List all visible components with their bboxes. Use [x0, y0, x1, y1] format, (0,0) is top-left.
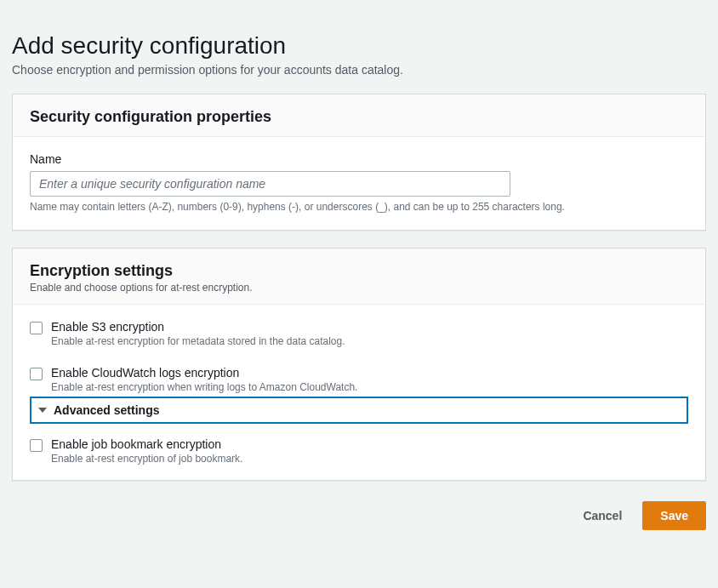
- s3-encryption-label[interactable]: Enable S3 encryption: [51, 320, 345, 334]
- properties-panel-header: Security configuration properties: [13, 94, 705, 137]
- encryption-panel-header: Encryption settings Enable and choose op…: [13, 248, 705, 305]
- properties-panel: Security configuration properties Name N…: [12, 94, 706, 231]
- cloudwatch-encryption-desc: Enable at-rest encryption when writing l…: [51, 381, 357, 393]
- name-input[interactable]: [30, 171, 510, 197]
- cloudwatch-encryption-row: Enable CloudWatch logs encryption Enable…: [30, 366, 688, 393]
- s3-encryption-checkbox[interactable]: [30, 322, 43, 334]
- cancel-button[interactable]: Cancel: [579, 502, 625, 529]
- page-title: Add security configuration: [12, 32, 706, 60]
- encryption-panel-title: Encryption settings: [30, 262, 688, 280]
- footer-actions: Cancel Save: [12, 501, 706, 530]
- job-bookmark-encryption-checkbox[interactable]: [30, 439, 43, 452]
- name-label: Name: [30, 152, 688, 166]
- encryption-panel: Encryption settings Enable and choose op…: [12, 248, 706, 481]
- advanced-settings-title: Advanced settings: [54, 403, 159, 417]
- save-button[interactable]: Save: [642, 501, 706, 530]
- name-help-text: Name may contain letters (A-Z), numbers …: [30, 201, 688, 213]
- encryption-panel-subtitle: Enable and choose options for at-rest en…: [30, 282, 688, 294]
- job-bookmark-encryption-desc: Enable at-rest encryption of job bookmar…: [51, 453, 242, 465]
- s3-encryption-desc: Enable at-rest encryption for metadata s…: [51, 335, 345, 347]
- advanced-settings-toggle[interactable]: Advanced settings: [30, 397, 688, 424]
- job-bookmark-encryption-row: Enable job bookmark encryption Enable at…: [30, 437, 688, 465]
- cloudwatch-encryption-label[interactable]: Enable CloudWatch logs encryption: [51, 366, 357, 380]
- properties-panel-title: Security configuration properties: [30, 108, 688, 126]
- caret-down-icon: [38, 408, 47, 413]
- page-subtitle: Choose encryption and permission options…: [12, 63, 706, 77]
- cloudwatch-encryption-checkbox[interactable]: [30, 368, 43, 380]
- s3-encryption-row: Enable S3 encryption Enable at-rest encr…: [30, 320, 688, 347]
- job-bookmark-encryption-label[interactable]: Enable job bookmark encryption: [51, 437, 242, 451]
